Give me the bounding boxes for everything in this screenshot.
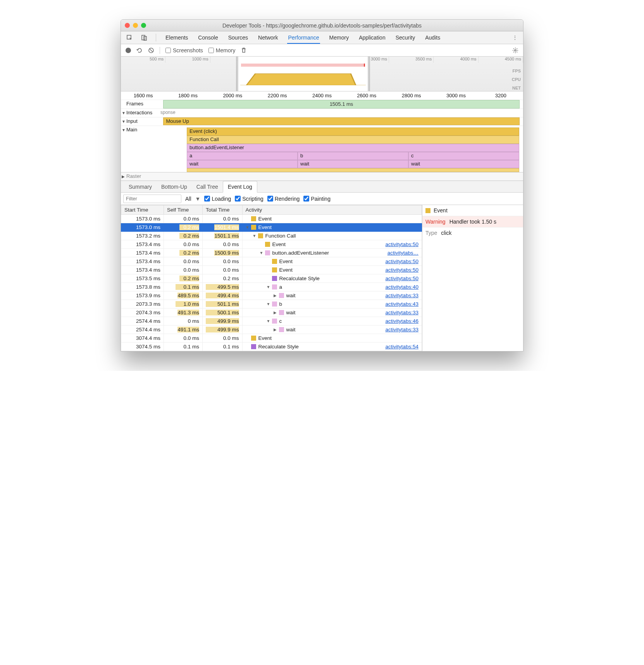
- event-log-table: Start TimeSelf TimeTotal TimeActivity 15…: [121, 205, 422, 351]
- table-row[interactable]: 2574.4 ms491.1 ms499.9 ms▶waitactivityta…: [121, 326, 422, 334]
- timeline-ruler: 1600 ms1800 ms2000 ms2200 ms2400 ms2600 …: [121, 91, 523, 100]
- details-head: Event: [422, 205, 523, 216]
- main-label[interactable]: ▼Main: [121, 126, 160, 172]
- table-row[interactable]: 2074.3 ms491.3 ms500.1 ms▶waitactivityta…: [121, 308, 422, 317]
- table-row[interactable]: 1573.4 ms0.2 ms1500.9 ms▼button.addEvent…: [121, 249, 422, 257]
- table-row[interactable]: 1573.0 ms0.2 ms1501.4 ms▼Event: [121, 223, 422, 232]
- source-link[interactable]: activitytabs:50: [385, 267, 418, 273]
- input-event-bar[interactable]: Mouse Up: [163, 117, 519, 125]
- tab-network[interactable]: Network: [257, 34, 279, 41]
- source-link[interactable]: activitytabs:40: [385, 284, 418, 290]
- details-panel: Event WarningHandler took 1.50 s Typecli…: [422, 205, 523, 351]
- trash-icon[interactable]: [241, 47, 247, 53]
- subtab-event-log[interactable]: Event Log: [223, 181, 257, 193]
- raster-label[interactable]: ▶Raster: [121, 172, 160, 180]
- main-tabs: ElementsConsoleSourcesNetworkPerformance…: [121, 31, 523, 44]
- tab-elements[interactable]: Elements: [165, 34, 189, 41]
- svg-rect-1: [142, 35, 145, 40]
- flame-chart[interactable]: Event (click) Function Call button.addEv…: [160, 126, 523, 172]
- table-row[interactable]: 1573.0 ms0.0 ms0.0 msEvent: [121, 215, 422, 223]
- title-bar: Developer Tools - https://googlechrome.g…: [121, 20, 523, 31]
- event-log-panel: Start TimeSelf TimeTotal TimeActivity 15…: [121, 205, 422, 351]
- screenshots-checkbox[interactable]: Screenshots: [165, 47, 203, 53]
- devtools-window: Developer Tools - https://googlechrome.g…: [121, 19, 523, 351]
- tab-sources[interactable]: Sources: [227, 34, 249, 41]
- input-label[interactable]: ▼Input: [121, 117, 160, 126]
- tab-performance[interactable]: Performance: [287, 34, 320, 44]
- source-link[interactable]: activitytabs:33: [385, 293, 418, 298]
- table-row[interactable]: 3074.4 ms0.0 ms0.0 msEvent: [121, 334, 422, 343]
- table-row[interactable]: 1573.5 ms0.2 ms0.2 msRecalculate Styleac…: [121, 274, 422, 283]
- tab-audits[interactable]: Audits: [424, 34, 441, 41]
- table-row[interactable]: 1573.9 ms489.5 ms499.4 ms▶waitactivityta…: [121, 291, 422, 300]
- table-row[interactable]: 2574.4 ms0 ms499.9 ms▼cactivitytabs:46: [121, 317, 422, 326]
- table-row[interactable]: 1573.4 ms0.0 ms0.0 msEventactivitytabs:5…: [121, 257, 422, 266]
- tab-console[interactable]: Console: [197, 34, 219, 41]
- memory-checkbox[interactable]: Memory: [208, 47, 236, 53]
- source-link[interactable]: activitytabs…: [387, 250, 418, 256]
- more-icon[interactable]: ⋮: [512, 34, 518, 41]
- table-row[interactable]: 2073.3 ms1.0 ms501.1 ms▼bactivitytabs:43: [121, 300, 422, 308]
- source-link[interactable]: activitytabs:50: [385, 241, 418, 247]
- filter-input[interactable]: [123, 195, 181, 203]
- details-warning: WarningHandler took 1.50 s: [422, 216, 523, 227]
- tab-memory[interactable]: Memory: [329, 34, 350, 41]
- frames-label: Frames: [121, 100, 160, 109]
- svg-point-4: [515, 50, 516, 51]
- timeline: 1600 ms1800 ms2000 ms2200 ms2400 ms2600 …: [121, 91, 523, 181]
- source-link[interactable]: activitytabs:43: [385, 301, 418, 307]
- subtab-call-tree[interactable]: Call Tree: [192, 181, 223, 192]
- perf-toolbar: Screenshots Memory: [121, 44, 523, 57]
- table-row[interactable]: 1573.2 ms0.2 ms1501.1 ms▼Function Call: [121, 232, 422, 240]
- source-link[interactable]: activitytabs:33: [385, 327, 418, 332]
- subtab-bottom-up[interactable]: Bottom-Up: [157, 181, 192, 192]
- tab-security[interactable]: Security: [395, 34, 416, 41]
- settings-icon[interactable]: [512, 47, 518, 53]
- table-row[interactable]: 1573.8 ms0.1 ms499.5 ms▼aactivitytabs:40: [121, 283, 422, 291]
- reload-icon[interactable]: [136, 47, 143, 53]
- filter-all[interactable]: All: [185, 196, 191, 202]
- table-row[interactable]: 1573.4 ms0.0 ms0.0 msEventactivitytabs:5…: [121, 266, 422, 274]
- clear-icon[interactable]: [148, 47, 154, 53]
- scripting-checkbox[interactable]: Scripting: [235, 196, 263, 202]
- source-link[interactable]: activitytabs:54: [385, 344, 418, 350]
- painting-checkbox[interactable]: Painting: [303, 196, 331, 202]
- table-row[interactable]: 3074.5 ms0.1 ms0.1 msRecalculate Styleac…: [121, 343, 422, 351]
- inspect-icon[interactable]: [126, 34, 133, 41]
- source-link[interactable]: activitytabs:50: [385, 276, 418, 281]
- frame-bar[interactable]: 1505.1 ms: [163, 100, 519, 109]
- loading-checkbox[interactable]: Loading: [204, 196, 231, 202]
- source-link[interactable]: activitytabs:50: [385, 258, 418, 264]
- device-icon[interactable]: [141, 34, 147, 41]
- tab-application[interactable]: Application: [358, 34, 386, 41]
- source-link[interactable]: activitytabs:46: [385, 318, 418, 324]
- subtab-summary[interactable]: Summary: [124, 181, 157, 192]
- filter-row: All▼ Loading Scripting Rendering Paintin…: [121, 193, 523, 205]
- interactions-label[interactable]: ▼Interactions: [121, 109, 160, 117]
- event-icon: [425, 208, 430, 213]
- window-title: Developer Tools - https://googlechrome.g…: [121, 22, 523, 29]
- details-type: Typeclick: [422, 227, 523, 238]
- source-link[interactable]: activitytabs:33: [385, 310, 418, 315]
- record-button[interactable]: [126, 48, 131, 53]
- rendering-checkbox[interactable]: Rendering: [267, 196, 300, 202]
- overview[interactable]: 500 ms1000 ms1500 ms2000 ms2500 ms3000 m…: [121, 57, 523, 91]
- content: Start TimeSelf TimeTotal TimeActivity 15…: [121, 205, 523, 351]
- overview-selection[interactable]: [237, 57, 369, 91]
- sub-tabs: SummaryBottom-UpCall TreeEvent Log: [121, 181, 523, 193]
- table-row[interactable]: 1573.4 ms0.0 ms0.0 msEventactivitytabs:5…: [121, 240, 422, 249]
